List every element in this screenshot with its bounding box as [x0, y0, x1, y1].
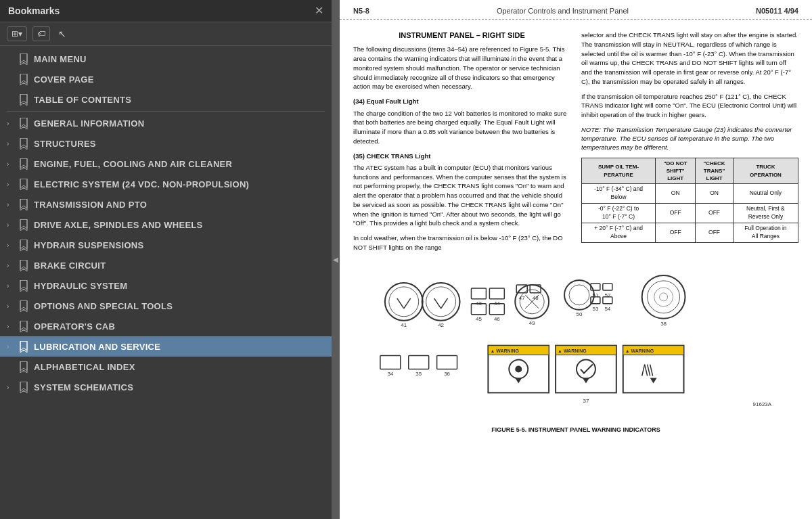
bookmark-label: OPERATOR'S CAB [34, 321, 325, 332]
svg-text:▲ WARNING: ▲ WARNING [625, 348, 654, 353]
cold-weather-text: In cold weather, when the transmission o… [353, 233, 570, 252]
subsection-34-text: The charge condition of the two 12 Volt … [353, 109, 570, 146]
content-left: INSTRUMENT PANEL – RIGHT SIDE The follow… [353, 30, 570, 258]
expand-arrow-icon: › [7, 140, 16, 148]
bookmark-label: MAIN MENU [34, 54, 325, 64]
bookmark-item-options[interactable]: › OPTIONS AND SPECIAL TOOLS [0, 296, 332, 316]
bookmark-ribbon-icon [18, 320, 30, 332]
content-right: selector and the CHECK TRANS light will … [581, 30, 798, 258]
bookmark-item-operators-cab[interactable]: › OPERATOR'S CAB [0, 316, 332, 336]
bookmark-ribbon-icon [18, 158, 30, 170]
cursor-indicator: ↖ [58, 28, 66, 39]
bookmark-item-brake-circuit[interactable]: › BRAKE CIRCUIT [0, 255, 332, 275]
document-page: N5-8 Operator Controls and Instrument Pa… [340, 0, 812, 519]
bookmarks-title: Bookmarks [8, 5, 60, 16]
table-cell: OFF [696, 204, 734, 223]
table-cell: OFF [656, 204, 696, 223]
table-cell: ON [696, 184, 734, 204]
instrument-panel-svg: 41 42 43 44 45 [353, 265, 798, 420]
bookmark-item-general-information[interactable]: › GENERAL INFORMATION [0, 113, 332, 133]
svg-text:34: 34 [387, 371, 393, 377]
bookmark-label: COVER PAGE [34, 74, 325, 85]
bookmark-item-transmission[interactable]: › TRANSMISSION AND PTO [0, 194, 332, 215]
bookmark-ribbon-icon [18, 73, 30, 85]
bookmark-item-system-schematics[interactable]: › SYSTEM SCHEMATICS [0, 377, 332, 397]
bookmark-ribbon-icon [18, 279, 30, 292]
bookmark-label: LUBRICATION AND SERVICE [34, 342, 325, 352]
figure-caption: FIGURE 5-5. INSTRUMENT PANEL WARNING IND… [491, 426, 660, 434]
expand-arrow-icon: › [7, 262, 16, 269]
svg-text:41: 41 [401, 321, 407, 328]
page-number: N5-8 [353, 7, 369, 15]
bookmark-item-structures[interactable]: › STRUCTURES [0, 133, 332, 154]
table-header-donot: "DO NOTSHIFT"LIGHT [656, 158, 696, 184]
svg-text:46: 46 [494, 316, 500, 322]
bookmark-item-alphabetical-index[interactable]: ALPHABETICAL INDEX [0, 357, 332, 377]
table-row: -0° F (-22° C) to10° F (-7° C) OFF OFF N… [582, 204, 798, 223]
table-header-temp: SUMP OIL TEM-PERATURE [582, 158, 656, 184]
expand-all-button[interactable]: ⊞▾ [7, 26, 27, 41]
right-note: NOTE: The Transmission Temperature Gauge… [581, 125, 798, 152]
svg-text:45: 45 [476, 316, 482, 322]
collapse-arrow-icon: ◀ [333, 256, 338, 263]
subsection-35-text: The ATEC system has a built in computer … [353, 163, 570, 228]
bookmark-ribbon-icon [18, 239, 30, 251]
bookmark-label: HYDRAIR SUSPENSIONS [34, 240, 325, 250]
bookmark-label: TRANSMISSION AND PTO [34, 200, 325, 210]
bookmark-item-engine-fuel[interactable]: › ENGINE, FUEL, COOLING AND AIR CLEANER [0, 154, 332, 174]
table-cell: ON [656, 184, 696, 204]
svg-text:49: 49 [529, 319, 535, 325]
bookmark-item-hydraulic-system[interactable]: › HYDRAULIC SYSTEM [0, 275, 332, 296]
svg-marker-19 [20, 246, 27, 251]
expand-arrow-icon: › [7, 221, 16, 229]
bookmark-label: DRIVE AXLE, SPINDLES AND WHEELS [34, 220, 325, 230]
expand-arrow-icon: › [7, 120, 16, 127]
bookmark-ribbon-icon [18, 219, 30, 231]
bookmark-item-table-of-contents[interactable]: TABLE OF CONTENTS [0, 89, 332, 110]
bookmark-item-lubrication[interactable]: › LUBRICATION AND SERVICE [0, 336, 332, 357]
svg-marker-3 [20, 81, 27, 85]
bookmark-label: GENERAL INFORMATION [34, 118, 325, 129]
svg-marker-7 [20, 125, 27, 129]
svg-marker-29 [20, 348, 27, 353]
expand-arrow-icon: › [7, 323, 16, 330]
bookmark-label: ENGINE, FUEL, COOLING AND AIR CLEANER [34, 159, 325, 169]
table-cell: -0° F (-22° C) to10° F (-7° C) [582, 204, 656, 223]
expand-arrow-icon: › [7, 242, 16, 249]
bookmarks-header: Bookmarks ✕ [0, 0, 332, 22]
svg-marker-27 [20, 328, 27, 332]
bookmark-label: OPTIONS AND SPECIAL TOOLS [34, 301, 325, 311]
bookmark-item-drive-axle[interactable]: › DRIVE AXLE, SPINDLES AND WHEELS [0, 215, 332, 235]
table-row: + 20° F (-7° C) andAbove OFF OFF Full Op… [582, 223, 798, 242]
instrument-diagram: 41 42 43 44 45 [353, 265, 798, 422]
svg-text:38: 38 [660, 320, 667, 326]
bookmark-label: SYSTEM SCHEMATICS [34, 382, 325, 392]
table-row: -10° F (-34° C) andBelow ON ON Neutral O… [582, 184, 798, 204]
bookmarks-close-button[interactable]: ✕ [315, 5, 323, 16]
table-cell: Neutral Only [733, 184, 798, 204]
collapse-handle[interactable]: ◀ [332, 0, 340, 519]
svg-marker-5 [20, 101, 27, 106]
svg-marker-15 [20, 206, 27, 210]
svg-text:36: 36 [444, 371, 450, 377]
svg-text:48: 48 [533, 295, 539, 301]
bookmark-item-main-menu[interactable]: MAIN MENU [0, 49, 332, 69]
section-title: INSTRUMENT PANEL – RIGHT SIDE [353, 30, 570, 41]
right-text-2: If the transmission oil temperature reac… [581, 92, 798, 120]
bookmark-ribbon-icon [18, 178, 30, 190]
bookmarks-toolbar: ⊞▾ 🏷 ↖ [0, 22, 332, 46]
bookmark-item-cover-page[interactable]: COVER PAGE [0, 69, 332, 89]
svg-marker-23 [20, 287, 27, 292]
document-panel[interactable]: N5-8 Operator Controls and Instrument Pa… [340, 0, 812, 519]
bookmark-item-hydrair[interactable]: › HYDRAIR SUSPENSIONS [0, 235, 332, 255]
svg-text:42: 42 [438, 321, 444, 328]
bookmark-label: TABLE OF CONTENTS [34, 95, 325, 105]
tag-button[interactable]: 🏷 [32, 26, 50, 41]
expand-arrow-icon: › [7, 181, 16, 188]
expand-arrow-icon: › [7, 302, 16, 310]
table-cell: Neutral, First &Reverse Only [733, 204, 798, 223]
page-title: Operator Controls and Instrument Panel [497, 7, 629, 15]
bookmark-item-electric-system[interactable]: › ELECTRIC SYSTEM (24 VDC. NON-PROPULSIO… [0, 174, 332, 194]
bookmark-ribbon-icon [18, 300, 30, 312]
svg-text:47: 47 [519, 295, 525, 301]
